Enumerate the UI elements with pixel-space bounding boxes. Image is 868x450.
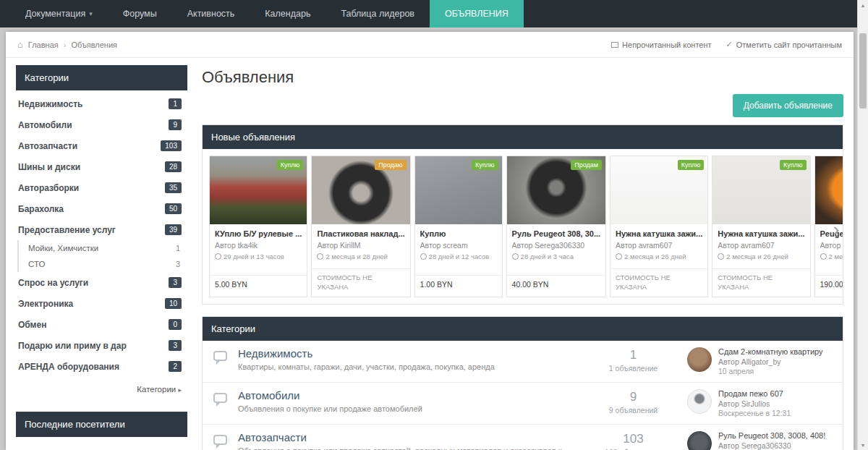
scroll-up-icon[interactable]: ▲ bbox=[858, 0, 868, 10]
sidebar-item-sto[interactable]: СТО 3 bbox=[19, 256, 187, 272]
sidebar-item-shiny-diski[interactable]: Шины и диски 28 bbox=[16, 156, 187, 177]
home-icon[interactable]: ⌂ bbox=[17, 39, 23, 50]
ad-title[interactable]: КУплю Б/У рулевые ... bbox=[215, 229, 302, 238]
ad-card[interactable]: Продам Руль Peugeot 308, 30... Автор Ser… bbox=[506, 156, 606, 297]
last-post-title[interactable]: Руль Peugeot 308, 3008, 408! bbox=[718, 431, 825, 440]
avatar[interactable] bbox=[687, 431, 712, 450]
sidebar-item-podaryu[interactable]: Подарю или приму в дар 3 bbox=[16, 335, 187, 356]
new-ads-panel: Новые объявления Куплю КУплю Б/У рулевые… bbox=[202, 124, 843, 305]
clock-icon bbox=[420, 253, 427, 260]
last-post-author: Автор Alligator_by bbox=[718, 357, 823, 366]
sidebar-item-arenda[interactable]: АРЕНДА оборудования 2 bbox=[16, 356, 187, 377]
ad-title[interactable]: Нужна катушка зажи... bbox=[718, 229, 804, 238]
mark-site-read-link[interactable]: ✓ Отметить сайт прочитанным bbox=[726, 40, 842, 49]
ad-title[interactable]: Куплю bbox=[420, 229, 497, 238]
comment-bubble-icon bbox=[213, 351, 227, 361]
category-title[interactable]: Недвижимость bbox=[238, 347, 581, 360]
unread-content-label: Непрочитанный контент bbox=[622, 41, 711, 49]
nav-item-calendar[interactable]: Календарь bbox=[250, 0, 326, 27]
avatar[interactable] bbox=[687, 347, 712, 372]
clock-icon bbox=[718, 253, 724, 260]
scrollbar-thumb[interactable] bbox=[859, 33, 867, 109]
category-title[interactable]: Автозапчасти bbox=[238, 431, 581, 443]
category-row: Автозапчасти Объявления о покупке или пр… bbox=[203, 425, 843, 450]
sidebar-item-label: Обмен bbox=[18, 320, 46, 330]
category-count: 1 1 объявление bbox=[588, 347, 678, 373]
all-categories-link[interactable]: Категории ▸ bbox=[137, 385, 182, 394]
sidebar-item-mojki[interactable]: Мойки, Химчистки 1 bbox=[19, 240, 187, 256]
category-count-label: 9 объявлений bbox=[588, 406, 678, 415]
sidebar-item-label: Подарю или приму в дар bbox=[18, 341, 127, 351]
chevron-down-icon: ▾ bbox=[89, 10, 93, 17]
nav-item-classifieds[interactable]: ОБЪЯВЛЕНИЯ bbox=[430, 0, 524, 27]
sidebar-item-label: Мойки, Химчистки bbox=[28, 244, 98, 252]
main-area: Объявления Добавить объявление Новые объ… bbox=[202, 65, 843, 450]
sidebar-item-label: СТО bbox=[28, 260, 45, 268]
avatar[interactable] bbox=[687, 389, 712, 414]
recent-visitors-header: Последние посетители bbox=[16, 412, 187, 437]
ad-time-text: 2 месяца и 26 дней bbox=[726, 252, 788, 260]
count-badge: 9 bbox=[169, 119, 182, 130]
ad-title[interactable]: Руль Peugeot 308, 30... bbox=[512, 229, 600, 238]
breadcrumb-home-link[interactable]: Главная bbox=[28, 41, 59, 49]
ad-card[interactable]: Куплю КУплю Б/У рулевые ... Автор tka4ik… bbox=[209, 156, 307, 297]
category-count-number: 1 bbox=[588, 348, 678, 362]
carousel-next-button[interactable]: › bbox=[830, 213, 843, 246]
sidebar-item-baraholka[interactable]: Барахолка 50 bbox=[16, 198, 187, 219]
ad-card[interactable]: Куплю Нужна катушка зажи... Автор avram6… bbox=[712, 156, 810, 297]
sidebar-item-spros-na-uslugi[interactable]: Спрос на услуги 3 bbox=[16, 272, 187, 293]
ad-time-text: 28 дней и 12 часов bbox=[429, 252, 490, 260]
ad-title[interactable]: Нужна катушка зажи... bbox=[616, 229, 702, 238]
category-description: Объявления о покупке или продаже запчаст… bbox=[238, 446, 581, 450]
ad-card[interactable]: Куплю Нужна катушка зажи... Автор avram6… bbox=[610, 156, 708, 297]
add-ad-button[interactable]: Добавить объявление bbox=[733, 94, 843, 117]
count-plain: 1 bbox=[176, 244, 180, 252]
ad-time-text: 29 дней и 13 часов bbox=[224, 252, 284, 260]
category-count-number: 9 bbox=[588, 390, 678, 404]
sidebar-item-avtozapchasti[interactable]: Автозапчасти 103 bbox=[16, 135, 187, 156]
category-row: Автомобили Объявления о покупке или прод… bbox=[203, 383, 843, 425]
ad-author: Автор KirillM bbox=[317, 241, 404, 250]
last-post-title[interactable]: Сдам 2-комнатную квартиру bbox=[718, 347, 823, 356]
sidebar-item-label: Авторазборки bbox=[18, 183, 79, 193]
ad-author: Автор avram607 bbox=[616, 241, 702, 250]
sidebar-item-obmen[interactable]: Обмен 0 bbox=[16, 314, 187, 335]
breadcrumb-current[interactable]: Объявления bbox=[71, 41, 117, 49]
ad-price: 190.00 BYN bbox=[815, 275, 843, 297]
ad-price: 40.00 BYN bbox=[507, 275, 605, 297]
ad-card[interactable]: Куплю Куплю Автор scream 28 дней и 12 ча… bbox=[414, 156, 503, 297]
ad-price: СТОИМОСТЬ НЕ УКАЗАНА bbox=[312, 268, 409, 297]
sidebar-item-elektronika[interactable]: Электроника 10 bbox=[16, 293, 187, 314]
ad-time-text: 2 месяца и 26 дней bbox=[624, 252, 686, 260]
top-navigation: Документация ▾ Форумы Активность Календа… bbox=[0, 0, 868, 27]
nav-item-label: Активность bbox=[187, 9, 235, 19]
nav-item-forums[interactable]: Форумы bbox=[108, 0, 172, 27]
sidebar-item-avtorazborki[interactable]: Авторазборки 35 bbox=[16, 177, 187, 198]
sidebar-item-label: Недвижимость bbox=[18, 99, 82, 109]
nav-item-leaderboard[interactable]: Таблица лидеров bbox=[326, 0, 430, 27]
window-scrollbar[interactable]: ▲ ▼ bbox=[857, 0, 868, 450]
nav-item-documentation[interactable]: Документация ▾ bbox=[10, 0, 108, 27]
content-area: Категории Недвижимость 1 Автомобили 9 Ав… bbox=[6, 58, 854, 450]
category-last-post: Продам пежо 607 Автор SirJulios Воскресе… bbox=[678, 389, 834, 417]
count-badge: 35 bbox=[165, 182, 182, 193]
count-badge: 3 bbox=[169, 277, 182, 288]
count-badge: 3 bbox=[169, 340, 182, 351]
scroll-down-icon[interactable]: ▼ bbox=[858, 440, 868, 450]
ad-title[interactable]: Пластиковая наклад... bbox=[317, 229, 404, 238]
category-title[interactable]: Автомобили bbox=[238, 389, 581, 402]
nav-item-activity[interactable]: Активность bbox=[172, 0, 250, 27]
last-post-title[interactable]: Продам пежо 607 bbox=[718, 389, 791, 398]
sidebar-item-uslugi[interactable]: Предоставление услуг 39 bbox=[16, 219, 187, 240]
count-badge: 50 bbox=[165, 203, 182, 214]
sidebar-item-label: Предоставление услуг bbox=[18, 225, 116, 235]
unread-content-link[interactable]: Непрочитанный контент bbox=[611, 41, 711, 49]
ad-time-text: 2 месяца и 28 дней bbox=[326, 252, 388, 260]
ad-time: 2 месяца и 26 дней bbox=[718, 252, 804, 260]
last-post-date: 10 апреля bbox=[718, 367, 823, 375]
clock-icon bbox=[512, 253, 519, 260]
sidebar-item-nedvizhimost[interactable]: Недвижимость 1 bbox=[16, 93, 187, 114]
sidebar-item-avtomobili[interactable]: Автомобили 9 bbox=[16, 114, 187, 135]
categories-header: Категории bbox=[203, 317, 843, 341]
ad-card[interactable]: Продаю Пластиковая наклад... Автор Kiril… bbox=[311, 156, 410, 297]
